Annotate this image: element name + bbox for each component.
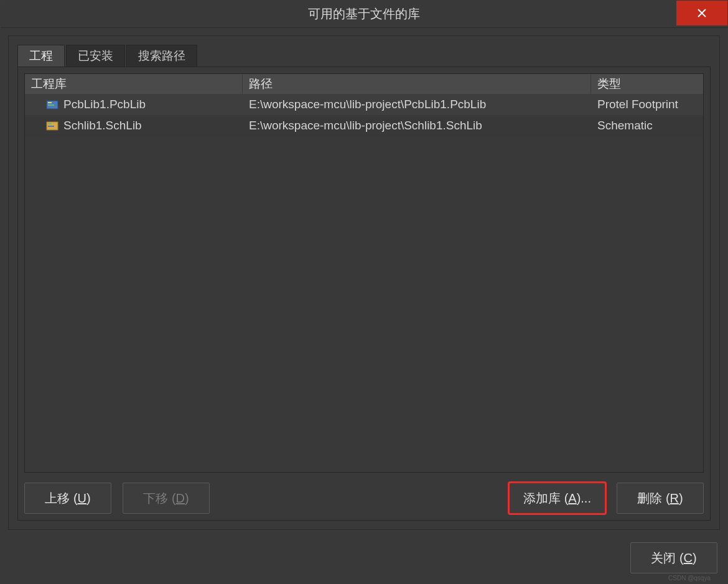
column-header-library[interactable]: 工程库 xyxy=(25,74,243,94)
tabs: 工程 已安装 搜索路径 xyxy=(17,45,711,67)
watermark: CSDN @qsqya xyxy=(668,575,711,582)
table-row[interactable]: PcbLib1.PcbLib E:\workspace-mcu\lib-proj… xyxy=(25,94,703,115)
dialog-title: 可用的基于文件的库 xyxy=(308,6,420,22)
library-table: 工程库 路径 类型 PcbLib1.PcbLib E:\workspace-mc… xyxy=(24,73,704,473)
column-header-path[interactable]: 路径 xyxy=(243,74,591,94)
tab-project[interactable]: 工程 xyxy=(17,45,65,67)
main-panel: 工程 已安装 搜索路径 工程库 路径 类型 PcbLib xyxy=(8,35,720,530)
tab-content: 工程库 路径 类型 PcbLib1.PcbLib E:\workspace-mc… xyxy=(17,67,711,521)
cell-library: Schlib1.SchLib xyxy=(25,117,243,134)
delete-button[interactable]: 删除 (R) xyxy=(617,483,704,514)
cell-type: Schematic xyxy=(591,117,703,134)
pcblib-file-icon xyxy=(46,99,60,110)
close-button[interactable]: 关闭 (C) xyxy=(630,542,717,573)
add-library-button[interactable]: 添加库 (A)... xyxy=(509,483,605,514)
move-up-button[interactable]: 上移 (U) xyxy=(24,483,111,514)
svg-rect-4 xyxy=(48,123,52,124)
tab-installed[interactable]: 已安装 xyxy=(66,45,125,67)
svg-rect-5 xyxy=(48,126,54,127)
svg-rect-2 xyxy=(48,104,54,106)
table-header: 工程库 路径 类型 xyxy=(25,74,703,94)
cell-path: E:\workspace-mcu\lib-project\PcbLib1.Pcb… xyxy=(243,96,591,113)
button-row: 上移 (U) 下移 (D) 添加库 (A)... 删除 (R) xyxy=(24,483,704,514)
library-name: Schlib1.SchLib xyxy=(63,119,142,132)
tab-search-path[interactable]: 搜索路径 xyxy=(126,45,197,67)
column-header-type[interactable]: 类型 xyxy=(591,74,703,94)
dialog-window: 可用的基于文件的库 工程 已安装 搜索路径 工程库 路径 类型 xyxy=(0,0,728,584)
close-icon xyxy=(697,8,707,18)
library-name: PcbLib1.PcbLib xyxy=(63,98,146,111)
move-down-button[interactable]: 下移 (D) xyxy=(123,483,210,514)
cell-path: E:\workspace-mcu\lib-project\Schlib1.Sch… xyxy=(243,117,591,134)
table-body: PcbLib1.PcbLib E:\workspace-mcu\lib-proj… xyxy=(25,94,703,472)
svg-rect-1 xyxy=(48,102,52,103)
close-window-button[interactable] xyxy=(676,1,727,25)
cell-type: Protel Footprint xyxy=(591,96,703,113)
table-row[interactable]: Schlib1.SchLib E:\workspace-mcu\lib-proj… xyxy=(25,115,703,136)
schlib-file-icon xyxy=(46,120,60,131)
footer: 关闭 (C) xyxy=(1,537,727,583)
cell-library: PcbLib1.PcbLib xyxy=(25,96,243,113)
titlebar: 可用的基于文件的库 xyxy=(1,1,727,28)
